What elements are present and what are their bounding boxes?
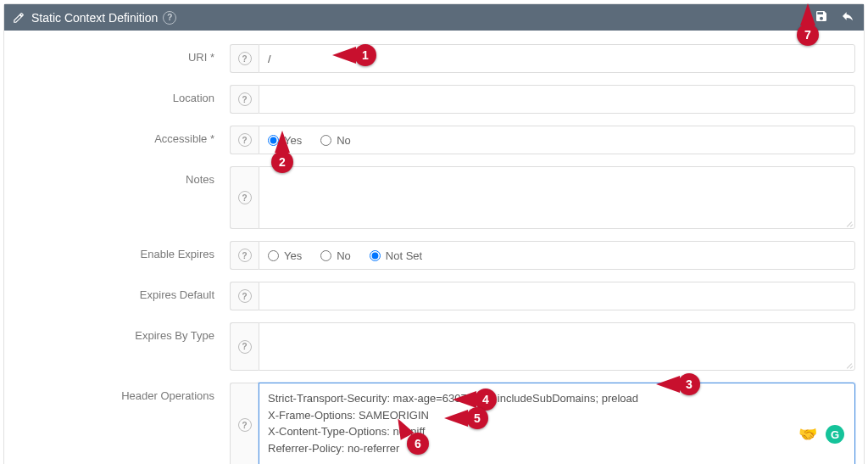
row-uri: URI * ? [13, 44, 855, 73]
expires-by-type-label: Expires By Type [13, 322, 230, 371]
accessible-yes[interactable]: Yes [268, 134, 302, 147]
expires-no[interactable]: No [320, 249, 351, 262]
float-icons: 🤝 G [798, 425, 844, 444]
radio-label: Yes [284, 249, 302, 262]
panel: Static Context Definition ? URI * ? Loca… [3, 3, 865, 464]
notes-input[interactable] [268, 174, 846, 221]
row-accessible: Accessible * ? Yes No [13, 126, 855, 154]
save-icon[interactable] [815, 9, 828, 25]
enable-expires-input-wrap: Yes No Not Set [259, 241, 855, 270]
help-icon[interactable]: ? [230, 85, 259, 114]
expires-default-input-wrap [259, 282, 855, 310]
expires-by-type-input-wrap [259, 322, 855, 371]
header-ops-input[interactable] [268, 390, 846, 460]
expires-default-label: Expires Default [13, 282, 230, 310]
row-location: Location ? [13, 85, 855, 114]
grammarly-icon[interactable]: G [826, 425, 844, 444]
uri-input-wrap [259, 44, 855, 73]
location-input[interactable] [268, 93, 846, 106]
help-icon[interactable]: ? [163, 11, 176, 25]
location-label: Location [13, 85, 230, 114]
help-icon[interactable]: ? [230, 126, 259, 154]
expires-default-input[interactable] [268, 290, 846, 303]
row-notes: Notes ? [13, 166, 855, 229]
panel-body: URI * ? Location ? Accessible * ? Yes No [4, 31, 864, 464]
row-expires-default: Expires Default ? [13, 282, 855, 310]
help-icon[interactable]: ? [230, 282, 259, 310]
radio-label: Not Set [386, 249, 422, 262]
location-input-wrap [259, 85, 855, 114]
resize-handle-icon[interactable] [844, 218, 853, 226]
notes-input-wrap [259, 166, 855, 229]
row-expires-by-type: Expires By Type ? [13, 322, 855, 371]
header-ops-label: Header Operations [13, 383, 230, 464]
accessible-label: Accessible * [13, 126, 230, 154]
expires-yes[interactable]: Yes [268, 249, 302, 262]
enable-expires-label: Enable Expires [13, 241, 230, 270]
panel-header: Static Context Definition ? [4, 4, 864, 31]
radio-label: No [337, 134, 351, 147]
header-ops-input-wrap [259, 383, 855, 464]
row-enable-expires: Enable Expires ? Yes No Not Set [13, 241, 855, 270]
help-icon[interactable]: ? [230, 383, 259, 464]
panel-title: Static Context Definition [31, 11, 158, 25]
uri-input[interactable] [268, 53, 846, 65]
expires-notset[interactable]: Not Set [370, 249, 422, 262]
row-header-ops: Header Operations ? [13, 383, 855, 464]
radio-label: No [337, 249, 351, 262]
accessible-input-wrap: Yes No [259, 126, 855, 154]
edit-icon [13, 12, 25, 24]
resize-handle-icon[interactable] [844, 360, 853, 368]
help-icon[interactable]: ? [230, 322, 259, 371]
clap-icon[interactable]: 🤝 [798, 425, 817, 444]
help-icon[interactable]: ? [230, 44, 259, 73]
radio-label: Yes [284, 134, 302, 147]
notes-label: Notes [13, 166, 230, 229]
help-icon[interactable]: ? [230, 166, 259, 229]
uri-label: URI * [13, 44, 230, 73]
help-icon[interactable]: ? [230, 241, 259, 270]
accessible-no[interactable]: No [320, 134, 351, 147]
back-icon[interactable] [840, 9, 855, 25]
expires-by-type-input[interactable] [268, 330, 846, 363]
